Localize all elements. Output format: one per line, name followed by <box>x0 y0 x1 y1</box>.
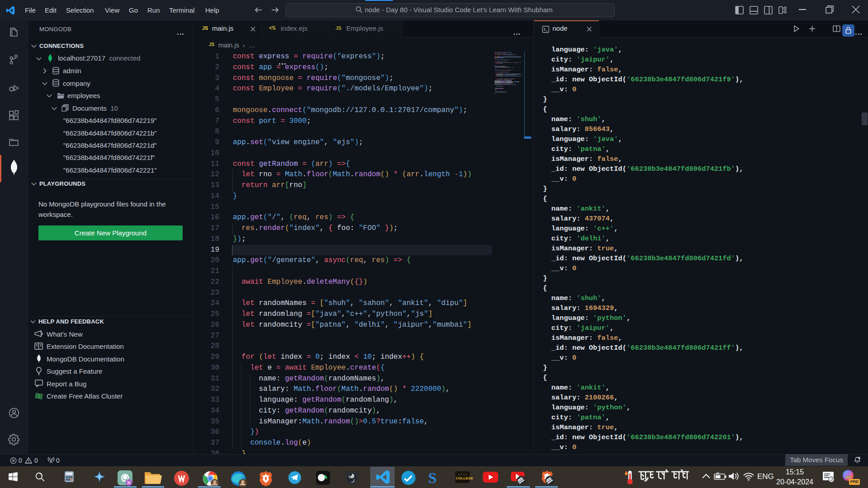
svg-text:S: S <box>428 469 437 486</box>
